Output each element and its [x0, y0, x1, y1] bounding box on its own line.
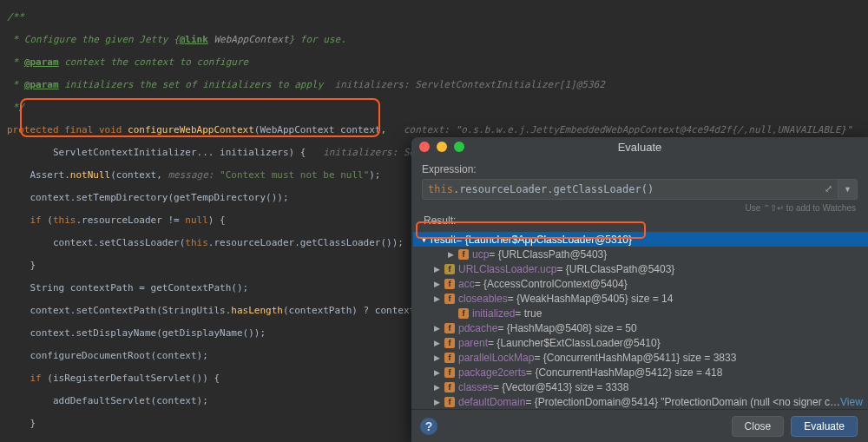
tree-field-name: initialized — [472, 307, 515, 320]
field-icon: f — [444, 397, 455, 407]
tree-field-name: classes — [458, 381, 493, 393]
tree-arrow-icon[interactable]: ▶ — [434, 280, 443, 288]
tree-row[interactable]: ▶fcloseables = {WeakHashMap@5405} size =… — [413, 291, 868, 306]
tree-field-name: parent — [458, 337, 488, 349]
tree-row[interactable]: finitialized = true — [413, 306, 868, 320]
tree-arrow-icon[interactable]: ▶ — [434, 398, 443, 406]
add-watches-hint: Use ⌃⇧↵ to add to Watches — [422, 200, 858, 214]
tree-arrow-icon[interactable]: ▶ — [434, 383, 443, 392]
field-icon: f — [458, 308, 469, 319]
tree-row[interactable]: ▶fclasses = {Vector@5413} size = 3338 — [413, 379, 868, 394]
tree-field-value: = {ConcurrentHashMap@5412} size = 418 — [526, 366, 722, 379]
tree-field-name: result — [431, 234, 456, 246]
tree-field-name: pdcache — [458, 322, 497, 334]
tree-field-name: acc — [458, 278, 475, 290]
tree-field-value: = {ConcurrentHashMap@5411} size = 3833 — [534, 352, 736, 364]
tree-field-value: = {Launcher$ExtClassLoader@5410} — [488, 337, 661, 349]
tree-field-name: URLClassLoader.ucp — [458, 263, 556, 275]
help-icon[interactable]: ? — [420, 418, 437, 435]
tree-field-name: ucp — [472, 248, 489, 261]
tree-row[interactable]: ▶fucp = {URLClassPath@5403} — [413, 247, 868, 261]
field-icon: f — [444, 264, 455, 274]
field-icon: f — [444, 279, 455, 289]
tree-field-value: = true — [515, 307, 542, 320]
tree-field-name: package2certs — [458, 366, 526, 379]
result-label: Result: — [422, 214, 858, 227]
tree-field-value: = {ProtectionDomain@5414} "ProtectionDom… — [525, 396, 840, 408]
tree-field-value: = {AccessControlContext@5404} — [475, 278, 628, 290]
tree-field-value: = {WeakHashMap@5405} size = 14 — [508, 293, 674, 305]
result-tree[interactable]: ▼result = {Launcher$AppClassLoader@5310}… — [411, 232, 868, 409]
tree-arrow-icon[interactable]: ▶ — [434, 265, 443, 274]
tree-row[interactable]: ▶fpdcache = {HashMap@5408} size = 50 — [413, 320, 868, 335]
field-icon: f — [444, 353, 455, 363]
expression-input[interactable]: this.resourceLoader.getClassLoader() ⤢ — [422, 179, 838, 200]
tree-field-value: = {HashMap@5408} size = 50 — [497, 322, 636, 334]
tree-arrow-icon[interactable]: ▶ — [434, 324, 443, 333]
tree-field-value: = {Vector@5413} size = 3338 — [493, 381, 628, 393]
tree-row[interactable]: ▼result = {Launcher$AppClassLoader@5310} — [413, 232, 868, 247]
tree-arrow-icon[interactable]: ▶ — [434, 294, 443, 303]
tree-field-value: = {Launcher$AppClassLoader@5310} — [456, 234, 632, 246]
field-icon: f — [458, 249, 469, 260]
tree-row[interactable]: ▶fURLClassLoader.ucp = {URLClassPath@540… — [413, 261, 868, 276]
dialog-title: Evaluate — [411, 141, 868, 154]
evaluate-dialog: Evaluate Expression: this.resourceLoader… — [411, 137, 868, 442]
tree-arrow-icon[interactable]: ▶ — [434, 353, 443, 362]
tree-field-name: closeables — [458, 293, 508, 305]
expression-history-dropdown[interactable]: ▼ — [838, 179, 858, 200]
tree-row[interactable]: ▶fdefaultDomain = {ProtectionDomain@5414… — [413, 394, 868, 409]
dialog-titlebar[interactable]: Evaluate — [411, 137, 868, 156]
tree-row[interactable]: ▶fpackage2certs = {ConcurrentHashMap@541… — [413, 365, 868, 379]
tree-arrow-icon[interactable]: ▶ — [434, 339, 443, 347]
tree-row[interactable]: ▶facc = {AccessControlContext@5404} — [413, 276, 868, 291]
tree-field-value: = {URLClassPath@5403} — [489, 248, 607, 261]
tree-arrow-icon[interactable]: ▶ — [434, 368, 443, 377]
evaluate-button[interactable]: Evaluate — [791, 416, 858, 437]
field-icon: f — [444, 367, 455, 378]
tree-field-value: = {URLClassPath@5403} — [556, 263, 674, 275]
field-icon: f — [444, 338, 455, 348]
tree-field-name: defaultDomain — [458, 396, 525, 408]
field-icon: f — [444, 323, 455, 333]
tree-row[interactable]: ▶fparallelLockMap = {ConcurrentHashMap@5… — [413, 350, 868, 365]
expand-editor-icon[interactable]: ⤢ — [825, 183, 832, 195]
field-icon: f — [444, 382, 455, 393]
tree-arrow-icon[interactable]: ▶ — [448, 250, 457, 259]
field-icon: f — [444, 294, 455, 304]
tree-arrow-icon[interactable]: ▼ — [420, 235, 429, 244]
close-button[interactable]: Close — [732, 416, 785, 437]
tree-row[interactable]: ▶fparent = {Launcher$ExtClassLoader@5410… — [413, 335, 868, 350]
expression-label: Expression: — [422, 163, 858, 175]
tree-field-name: parallelLockMap — [458, 352, 534, 364]
view-link[interactable]: View — [840, 396, 863, 408]
